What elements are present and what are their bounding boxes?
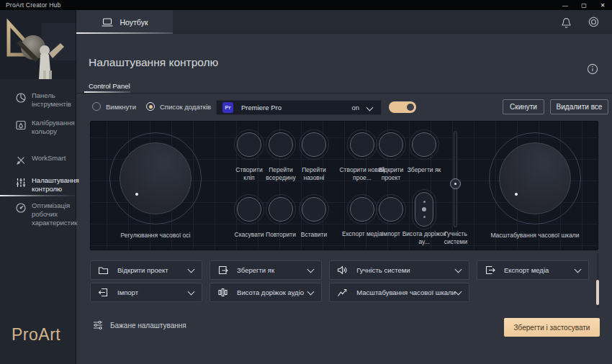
undo-button[interactable] (237, 197, 261, 222)
preferred-settings[interactable]: Бажане налаштування (92, 319, 186, 331)
timeline-dial[interactable] (109, 132, 202, 224)
radio-app-list-label: Список додатків (160, 103, 211, 111)
assignment-label: Гучність системи (356, 266, 410, 274)
track-height-control[interactable] (415, 192, 433, 227)
dial-knob[interactable] (120, 142, 192, 214)
info-icon[interactable] (587, 63, 598, 75)
main-content: Ноутбук Налаштування контролю Control Pa… (76, 10, 612, 364)
sidebar-item-worksmart[interactable]: WorkSmart (0, 154, 76, 166)
dashboard-icon (15, 92, 27, 104)
radio-circle-icon (92, 102, 101, 111)
close-icon[interactable]: ✕ (593, 0, 612, 10)
assignment-save-as[interactable]: Зберегти як (210, 260, 322, 280)
sidebar-item-label: WorkSmart (32, 154, 66, 163)
system-volume-label: Гучність системи (434, 230, 477, 246)
gear-icon[interactable] (586, 14, 601, 29)
paste-label: Вставити (292, 231, 336, 239)
radio-app-list[interactable]: Список додатків (146, 102, 211, 111)
save-and-apply-button[interactable]: Зберегти і застосувати (504, 318, 600, 337)
tab-active-underline (76, 32, 173, 34)
assignment-label: Експорт медіа (504, 266, 549, 274)
assignment-track-height[interactable]: Висота доріжок аудіо (210, 283, 322, 302)
assignment-import[interactable]: Імпорт (90, 283, 202, 302)
export-icon (485, 265, 495, 276)
sidebar: Панель інструментів Калібрування кольору… (0, 10, 76, 364)
toggle-knob (407, 104, 414, 111)
assignment-label: Висота доріжок аудіо (237, 288, 304, 296)
dial-knob[interactable] (499, 142, 571, 214)
capsule-dot (423, 201, 426, 203)
assignment-label: Відкрити проект (117, 266, 168, 274)
assignment-export-media[interactable]: Експорт медіа (477, 260, 589, 280)
delete-all-button[interactable]: Видалити все (550, 99, 608, 114)
assignment-label: Зберегти як (237, 266, 274, 274)
sidebar-item-label: Панель інструментів (32, 91, 73, 109)
timeline-zoom-icon (337, 287, 348, 298)
toolbar: Вимкнути Список додатків Pr Premiere Pro… (76, 99, 612, 117)
chevron-down-icon (188, 265, 195, 273)
active-item-underline (0, 195, 76, 196)
maximize-icon[interactable]: ▢ (575, 0, 593, 10)
sidebar-item-label: Налаштування контролю (32, 176, 79, 194)
chevron-down-icon (454, 265, 462, 273)
performance-icon (15, 202, 27, 214)
assignment-grid: Відкрити проект Зберегти як Гучність сис… (90, 260, 589, 302)
export-media-button[interactable] (350, 197, 374, 222)
sidebar-item-performance[interactable]: Оптимізація робочих характеристик (0, 201, 76, 227)
chevron-down-icon (366, 104, 374, 112)
titlebar: ProArt Creator Hub — ▢ ✕ (0, 0, 612, 10)
track-height-icon (217, 287, 228, 298)
app-enable-toggle[interactable] (389, 101, 416, 113)
open-project-button[interactable] (379, 132, 403, 157)
app-name: Premiere Pro (241, 104, 282, 112)
chevron-down-icon (454, 288, 462, 295)
radio-circle-icon (146, 102, 155, 111)
device-tab-bar: Ноутбук (76, 10, 612, 34)
tab-control-panel[interactable]: Control Panel (89, 82, 130, 90)
assignment-label: Імпорт (117, 288, 138, 296)
new-project-button[interactable] (350, 132, 374, 157)
tab-laptop-label: Ноутбук (120, 18, 148, 27)
proart-logo: ProArt (12, 325, 60, 345)
import-button[interactable] (379, 197, 403, 222)
assignment-label: Масштабування часової шкали (356, 288, 456, 296)
bell-icon[interactable] (559, 16, 573, 29)
color-calibration-icon (15, 119, 27, 131)
step-out-label: Перейти назовні (294, 166, 333, 182)
save-as-label: Зберегти як (402, 166, 446, 174)
tab-laptop[interactable]: Ноутбук (76, 10, 173, 34)
chevron-down-icon (307, 288, 315, 295)
assignment-open-project[interactable]: Відкрити проект (90, 260, 202, 280)
timeline-dial-label: Регулювання часової осі (94, 232, 217, 240)
reset-button[interactable]: Скинути (503, 99, 544, 114)
device-control-panel: Регулювання часової осі Масштабування ча… (90, 121, 598, 250)
sliders-icon (92, 319, 104, 331)
radio-disable-label: Вимкнути (106, 103, 136, 111)
chevron-down-icon (307, 265, 315, 273)
timeline-zoom-dial[interactable] (489, 132, 581, 224)
sidebar-item-dashboard[interactable]: Панель інструментів (0, 91, 76, 109)
preferred-settings-label: Бажане налаштування (110, 322, 186, 329)
step-out-button[interactable] (302, 132, 326, 157)
folder-icon (98, 265, 109, 276)
timeline-zoom-dial-label: Масштабування часової шкали (474, 232, 596, 240)
app-state: on (351, 104, 359, 112)
create-clip-button[interactable] (237, 132, 261, 157)
app-select-dropdown[interactable]: Pr Premiere Pro on (216, 100, 382, 115)
sidebar-item-color-calibration[interactable]: Калібрування кольору (0, 119, 76, 136)
divider (76, 93, 612, 94)
import-icon (98, 287, 109, 298)
scrollbar-thumb[interactable] (596, 280, 599, 305)
minimize-icon[interactable]: — (556, 0, 575, 10)
paste-button[interactable] (302, 197, 326, 222)
assignment-timeline-zoom[interactable]: Масштабування часової шкали (329, 283, 469, 302)
assignment-system-volume[interactable]: Гучність системи (329, 260, 469, 280)
radio-disable[interactable]: Вимкнути (92, 102, 136, 111)
save-as-button[interactable] (412, 132, 436, 157)
chevron-down-icon (188, 288, 195, 295)
system-volume-slider-knob[interactable] (450, 178, 461, 189)
redo-button[interactable] (269, 197, 293, 222)
step-into-button[interactable] (269, 132, 293, 157)
dial-indicator-dot (515, 193, 518, 196)
sidebar-item-control-settings[interactable]: Налаштування контролю (0, 176, 76, 194)
